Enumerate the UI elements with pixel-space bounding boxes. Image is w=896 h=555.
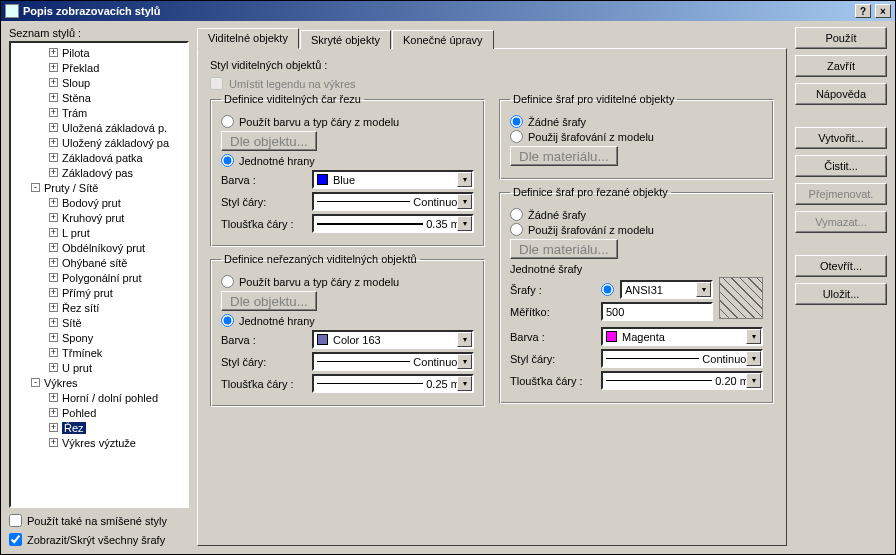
tree-item[interactable]: +Přímý prut — [11, 285, 187, 300]
tab-1[interactable]: Skryté objekty — [300, 30, 391, 49]
fs1-opt-uniform[interactable]: Jednotné hrany — [221, 154, 474, 167]
tab-strip: Viditelné objektySkryté objektyKonečné ú… — [197, 28, 787, 49]
tree-item[interactable]: +Bodový prut — [11, 195, 187, 210]
fs4-color[interactable]: Magenta▾ — [601, 327, 763, 346]
clear-button[interactable]: Čistit... — [795, 155, 887, 177]
fs1-linestyle[interactable]: Continuous▾ — [312, 192, 474, 211]
fs2-opt-uniform[interactable]: Jednotné hrany — [221, 314, 474, 327]
tree-item[interactable]: +Obdélníkový prut — [11, 240, 187, 255]
fs4-model[interactable]: Použij šrafování z modelu — [510, 223, 763, 236]
apply-button[interactable]: Použít — [795, 27, 887, 49]
tree-item[interactable]: +Základová patka — [11, 150, 187, 165]
tree-item[interactable]: +Stěna — [11, 90, 187, 105]
tree-item[interactable]: +Řez sítí — [11, 300, 187, 315]
page-heading: Styl viditelných objektů : — [210, 59, 774, 71]
fs2-thickness[interactable]: 0.25 mm▾ — [312, 374, 474, 393]
app-icon — [5, 4, 19, 18]
style-tree[interactable]: +Pilota+Překlad+Sloup+Stěna+Trám+Uložená… — [9, 41, 189, 508]
fs4-hatch[interactable]: ANSI31▾ — [620, 280, 713, 299]
fs-visible-cut: Definice viditelných čar řezu Použít bar… — [210, 93, 485, 247]
tree-item[interactable]: +Pilota — [11, 45, 187, 60]
fs3-none[interactable]: Žádné šrafy — [510, 115, 763, 128]
fs2-linestyle[interactable]: Continuous▾ — [312, 352, 474, 371]
tree-item[interactable]: +Sítě — [11, 315, 187, 330]
fs3-by-material[interactable]: Dle materiálu... — [510, 146, 618, 166]
fs1-by-object[interactable]: Dle objektu... — [221, 131, 317, 151]
fs4-uniform[interactable] — [601, 283, 614, 296]
window-title: Popis zobrazovacích stylů — [23, 5, 851, 17]
fs4-by-material[interactable]: Dle materiálu... — [510, 239, 618, 259]
tree-item[interactable]: +Ohýbané sítě — [11, 255, 187, 270]
tree-item[interactable]: +U prut — [11, 360, 187, 375]
tree-item[interactable]: +Trám — [11, 105, 187, 120]
help-button-side[interactable]: Nápověda — [795, 83, 887, 105]
fs4-none[interactable]: Žádné šrafy — [510, 208, 763, 221]
help-button[interactable]: ? — [855, 4, 871, 18]
rename-button[interactable]: Přejmenovat. — [795, 183, 887, 205]
tree-item[interactable]: +Výkres výztuže — [11, 435, 187, 450]
fs-hatch-visible: Definice šraf pro viditelné objekty Žádn… — [499, 93, 774, 180]
fs3-model[interactable]: Použij šrafování z modelu — [510, 130, 763, 143]
fs-visible-uncut: Definice neřezaných viditelných objektů … — [210, 253, 485, 407]
mixed-styles-check[interactable]: Použít také na smíšené styly — [9, 514, 189, 527]
close-dialog-button[interactable]: Zavřít — [795, 55, 887, 77]
tree-item[interactable]: +Horní / dolní pohled — [11, 390, 187, 405]
create-button[interactable]: Vytvořit... — [795, 127, 887, 149]
tree-item[interactable]: +Řez — [11, 420, 187, 435]
tree-item[interactable]: +L prut — [11, 225, 187, 240]
titlebar: Popis zobrazovacích stylů ? × — [1, 1, 895, 21]
show-hatch-check[interactable]: Zobrazit/Skrýt všechny šrafy — [9, 533, 189, 546]
tree-item[interactable]: -Výkres — [11, 375, 187, 390]
save-button[interactable]: Uložit... — [795, 283, 887, 305]
fs4-scale[interactable]: 500 — [601, 302, 713, 321]
tree-item[interactable]: +Polygonální prut — [11, 270, 187, 285]
open-button[interactable]: Otevřít... — [795, 255, 887, 277]
close-button[interactable]: × — [875, 4, 891, 18]
fs2-color[interactable]: Color 163▾ — [312, 330, 474, 349]
tree-item[interactable]: +Spony — [11, 330, 187, 345]
legend-checkbox: Umístit legendu na výkres — [210, 77, 774, 90]
fs1-color[interactable]: Blue▾ — [312, 170, 474, 189]
hatch-preview — [719, 277, 763, 319]
fs4-linestyle[interactable]: Continuous▾ — [601, 349, 763, 368]
fs2-opt-model[interactable]: Použít barvu a typ čáry z modelu — [221, 275, 474, 288]
fs1-opt-model[interactable]: Použít barvu a typ čáry z modelu — [221, 115, 474, 128]
tree-item[interactable]: +Sloup — [11, 75, 187, 90]
tree-item[interactable]: +Uložený základový pa — [11, 135, 187, 150]
fs-hatch-cut: Definice šraf pro řezané objekty Žádné š… — [499, 186, 774, 404]
tree-item[interactable]: +Základový pas — [11, 165, 187, 180]
tree-heading: Seznam stylů : — [9, 27, 189, 39]
tree-item[interactable]: +Třmínek — [11, 345, 187, 360]
tree-item[interactable]: +Překlad — [11, 60, 187, 75]
fs1-thickness[interactable]: 0.35 mm▾ — [312, 214, 474, 233]
tab-2[interactable]: Konečné úpravy — [392, 30, 494, 49]
delete-button[interactable]: Vymazat... — [795, 211, 887, 233]
fs4-thickness[interactable]: 0.20 mm▾ — [601, 371, 763, 390]
tree-item[interactable]: -Pruty / Sítě — [11, 180, 187, 195]
tree-item[interactable]: +Kruhový prut — [11, 210, 187, 225]
tab-0[interactable]: Viditelné objekty — [197, 28, 299, 49]
tree-item[interactable]: +Pohled — [11, 405, 187, 420]
tree-item[interactable]: +Uložená základová p. — [11, 120, 187, 135]
fs2-by-object[interactable]: Dle objektu... — [221, 291, 317, 311]
